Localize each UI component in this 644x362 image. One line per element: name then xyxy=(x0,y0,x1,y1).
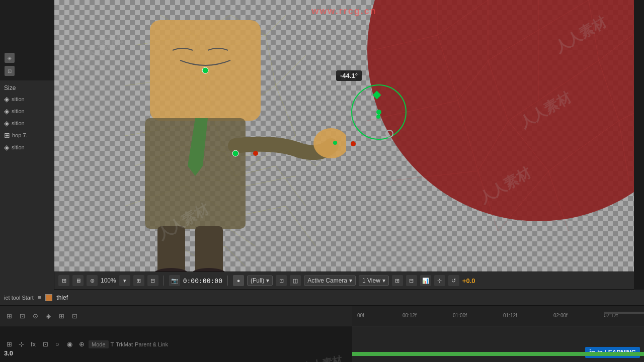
bottom-toolbar: ⊞ 🖥 ⊚ 100% ▾ ⊞ ⊟ 📷 0:00:00:00 ● (Full) ▾… xyxy=(54,272,634,290)
camera-label: Active Camera xyxy=(307,277,347,284)
svg-line-44 xyxy=(276,55,306,85)
t-label: T xyxy=(111,341,114,347)
red-disc-svg xyxy=(297,0,634,272)
color-btn[interactable]: ● xyxy=(233,275,244,286)
puppet-bar: iet tool Start ≡ thief xyxy=(0,290,644,306)
panel-item-1[interactable]: ◈ sition xyxy=(2,94,52,105)
chart-btn[interactable]: 📊 xyxy=(420,275,431,286)
camera-chevron: ▾ xyxy=(349,277,352,284)
red-disc-area xyxy=(297,0,634,272)
canvas-content: -44.1° www.rrcg.cn 人人素材 人人素材 人人素材 人人素材 人… xyxy=(54,0,634,272)
tl-bottom-btn-2[interactable]: ⊹ xyxy=(16,339,26,349)
resolution-dropdown[interactable]: (Full) ▾ xyxy=(247,276,273,286)
resolution-label: (Full) xyxy=(251,277,264,284)
panel-size-row: Size xyxy=(2,83,52,93)
time-label-00f: 00f xyxy=(357,313,364,318)
time-label-112f: 01:12f xyxy=(503,313,517,318)
offset-value: +0.0 xyxy=(462,277,475,285)
panel-item-4[interactable]: ◈ sition xyxy=(2,142,52,153)
sep-2 xyxy=(227,276,228,286)
tl-bottom-btn-3[interactable]: fx xyxy=(28,339,38,349)
view-chevron: ▾ xyxy=(382,277,385,284)
camera-dropdown[interactable]: Active Camera ▾ xyxy=(304,276,356,286)
tl-btn-5[interactable]: ⊡ xyxy=(69,311,79,321)
time-bar-bg xyxy=(604,312,644,314)
panel-item-hop[interactable]: ⊞ hop 7. xyxy=(2,130,52,141)
panel-label-3: sition xyxy=(12,120,25,126)
red-control-dot xyxy=(351,141,356,146)
view-layout-btn1[interactable]: ⊞ xyxy=(392,275,403,286)
tl-btn-3[interactable]: ◈ xyxy=(43,311,53,321)
green-timeline-bar xyxy=(352,352,644,356)
tl-btn-1[interactable]: ⊞ xyxy=(4,311,14,321)
layer-name[interactable]: thief xyxy=(56,294,68,301)
mode-label[interactable]: Mode xyxy=(89,340,109,348)
svg-rect-76 xyxy=(195,226,223,272)
tl-btn-4[interactable]: ⊞ xyxy=(56,311,66,321)
view-mode-btn[interactable]: ⊞ xyxy=(58,275,69,286)
camera-btn[interactable]: 📷 xyxy=(169,275,180,286)
svg-point-81 xyxy=(253,151,258,156)
character-svg xyxy=(85,5,346,272)
region-btn[interactable]: ⊡ xyxy=(276,275,287,286)
mesh-icon: ⊞ xyxy=(4,131,10,139)
color-swatch[interactable] xyxy=(45,294,52,301)
transparency-btn[interactable]: ◫ xyxy=(290,275,301,286)
tl-bottom-btn-6[interactable]: ◉ xyxy=(64,339,74,349)
refresh-btn[interactable]: ↺ xyxy=(448,275,459,286)
character-illustration xyxy=(85,5,336,272)
svg-line-48 xyxy=(276,85,296,136)
tl-bottom-btn-4[interactable]: ⊡ xyxy=(40,339,50,349)
size-label: Size xyxy=(4,84,16,92)
tool-icon-2[interactable]: ⊡ xyxy=(5,66,15,76)
zoom-dropdown[interactable]: ▾ xyxy=(119,275,130,286)
main-canvas: -44.1° www.rrcg.cn 人人素材 人人素材 人人素材 人人素材 人… xyxy=(54,0,634,272)
value-30: 3.0 xyxy=(4,349,13,357)
vr-btn[interactable]: ⊚ xyxy=(87,275,98,286)
svg-line-66 xyxy=(246,176,296,186)
anchor-icon-1: ◈ xyxy=(4,95,10,103)
panel-label-4: sition xyxy=(12,144,25,150)
timecode[interactable]: 0:00:00:00 xyxy=(183,277,222,285)
svg-point-79 xyxy=(202,67,208,73)
timeline-controls: ⊞ ⊡ ⊙ ◈ ⊞ ⊡ xyxy=(0,306,352,326)
center-dot xyxy=(376,110,381,115)
tl-bottom-btn-5[interactable]: ○ xyxy=(52,339,62,349)
network-btn[interactable]: ⊹ xyxy=(434,275,445,286)
anchor-icon-4: ◈ xyxy=(4,143,10,151)
safe-areas-btn[interactable]: ⊟ xyxy=(147,275,158,286)
svg-line-60 xyxy=(286,206,316,246)
tl-bottom-btn-1[interactable]: ⊞ xyxy=(4,339,14,349)
time-label-200f: 02:00f xyxy=(553,313,568,318)
tool-icon-1[interactable]: ◈ xyxy=(5,53,15,63)
zoom-value[interactable]: 100% xyxy=(101,277,116,284)
time-label-100f: 01:00f xyxy=(453,313,467,318)
left-panel-top: ◈ ⊡ xyxy=(0,0,54,80)
rotation-handle[interactable] xyxy=(385,130,393,138)
fit-btn[interactable]: ⊞ xyxy=(133,275,144,286)
svg-point-80 xyxy=(232,150,238,156)
view-label: 1 View xyxy=(362,277,380,284)
panel-item-2[interactable]: ◈ sition xyxy=(2,106,52,117)
trkmat-label: TrkMat xyxy=(116,341,133,347)
svg-rect-75 xyxy=(157,226,185,272)
svg-line-43 xyxy=(266,35,276,85)
view-dropdown[interactable]: 1 View ▾ xyxy=(359,276,389,286)
panel-label-hop: hop 7. xyxy=(12,132,28,138)
timeline-ruler: 00f 00:12f 01:00f 01:12f 02:00f 02:12f xyxy=(352,306,644,326)
svg-line-56 xyxy=(276,166,306,206)
time-label-12f: 00:12f xyxy=(403,313,417,318)
anchor-icon-3: ◈ xyxy=(4,119,10,127)
panel-item-3[interactable]: ◈ sition xyxy=(2,118,52,129)
tl-btn-2[interactable]: ⊡ xyxy=(17,311,27,321)
view-layout-btn2[interactable]: ⊟ xyxy=(406,275,417,286)
timeline-area: ⊞ ⊡ ⊙ ◈ ⊞ ⊡ 00f 00:12f 01:00f xyxy=(0,306,644,362)
anchor-icon-2: ◈ xyxy=(4,107,10,115)
tl-btn-link[interactable]: ⊙ xyxy=(30,311,40,321)
green-dot-left xyxy=(333,141,337,145)
monitor-btn[interactable]: 🖥 xyxy=(72,275,84,286)
panel-label-1: sition xyxy=(12,96,25,102)
menu-icon[interactable]: ≡ xyxy=(38,294,42,301)
tl-bottom-btn-7[interactable]: ⊕ xyxy=(76,339,87,349)
panel-label-2: sition xyxy=(12,108,25,114)
